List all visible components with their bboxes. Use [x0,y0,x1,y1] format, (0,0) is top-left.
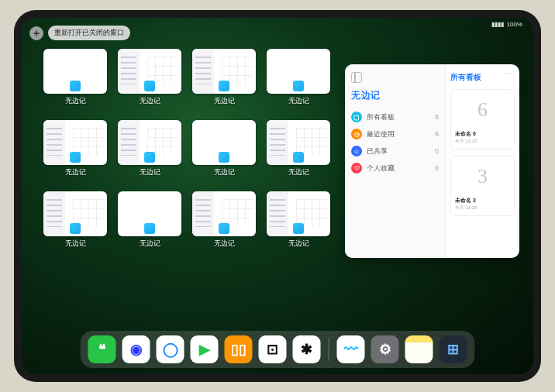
category-count: 8 [435,113,439,121]
reopen-closed-window-button[interactable]: 重新打开已关闭的窗口 [48,26,130,40]
dock-app-wechat[interactable]: ❝ [88,335,116,363]
add-button[interactable]: + [29,26,43,40]
dock-app-settings[interactable]: ⚙ [371,335,399,363]
category-row[interactable]: ☺已共享0 [351,143,439,160]
window-preview [267,120,330,165]
category-row[interactable]: ♡个人收藏0 [351,160,439,177]
window-preview [118,191,181,236]
panel-content: ⋯ 所有看板 6未命名 6今天 11:253未命名 3今天 11:25 [445,64,519,258]
window-preview [192,120,256,165]
category-row[interactable]: ◷最近使用8 [351,126,439,143]
window-label: 无边记 [140,167,160,177]
category-count: 8 [435,130,439,138]
window-label: 无边记 [214,96,235,106]
window-label: 无边记 [214,167,235,177]
dock-app-play[interactable]: ▶ [191,335,219,363]
battery-label: 100% [507,21,522,28]
dock-app-freeform[interactable]: 〰 [337,335,365,363]
status-bar: ▮▮▮▮ 100% [491,21,522,28]
window-label: 无边记 [288,96,309,106]
window-label: 无边记 [65,239,86,249]
window-thumbnail[interactable]: 无边记 [192,49,256,106]
category-label: 已共享 [367,146,388,156]
more-icon[interactable]: ⋯ [505,69,513,77]
window-preview [118,120,181,165]
dock-separator [329,338,329,361]
window-thumbnail[interactable]: 无边记 [43,191,107,249]
window-preview [43,191,107,236]
window-thumbnail[interactable]: 无边记 [43,49,107,106]
window-preview [192,191,256,236]
category-label: 个人收藏 [367,163,395,174]
window-thumbnail[interactable]: 无边记 [43,120,107,177]
board-date: 今天 11:25 [455,138,510,145]
dock-app-dice[interactable]: ⊡ [259,335,287,363]
dock-app-browser2[interactable]: ◯ [157,335,184,363]
dock-app-browser1[interactable]: ◉ [122,335,150,363]
window-thumbnail[interactable]: 无边记 [192,191,256,249]
dock-app-notes[interactable] [405,335,433,363]
board-preview: 3 [453,158,512,195]
sidebar-toggle-icon[interactable] [351,72,362,83]
window-label: 无边记 [288,167,309,177]
top-bar: + 重新打开已关闭的窗口 [29,26,130,40]
panel-title: 无边记 [351,89,439,102]
ipad-frame: ▮▮▮▮ 100% + 重新打开已关闭的窗口 无边记无边记无边记无边记无边记无边… [14,10,541,382]
category-count: 0 [435,164,439,172]
board-date: 今天 11:25 [455,205,510,211]
window-preview [43,49,107,94]
dock: ❝◉◯▶▯▯⊡✱〰⚙⊞ [81,331,475,368]
window-label: 无边记 [214,239,235,249]
window-label: 无边记 [140,239,160,249]
category-label: 所有看板 [367,112,395,122]
window-thumbnail[interactable]: 无边记 [192,120,256,177]
board-title: 未命名 3 [455,197,510,205]
panel-sidebar: 无边记 ▢所有看板8◷最近使用8☺已共享0♡个人收藏0 [345,64,445,258]
app-switcher-grid: 无边记无边记无边记无边记无边记无边记无边记无边记无边记无边记无边记无边记 [43,49,338,249]
category-count: 0 [435,147,439,155]
category-icon: ◷ [351,129,362,139]
dock-app-dots[interactable]: ✱ [293,335,321,363]
window-thumbnail[interactable]: 无边记 [118,49,181,106]
board-title: 未命名 6 [455,130,510,138]
window-label: 无边记 [288,239,309,249]
window-thumbnail[interactable]: 无边记 [267,191,330,249]
category-row[interactable]: ▢所有看板8 [351,108,439,126]
category-icon: ♡ [351,163,362,174]
window-preview [267,49,330,94]
dock-app-folder[interactable]: ⊞ [440,335,467,363]
freeform-panel: 无边记 ▢所有看板8◷最近使用8☺已共享0♡个人收藏0 ⋯ 所有看板 6未命名 … [345,64,519,258]
window-thumbnail[interactable]: 无边记 [267,120,330,177]
window-thumbnail[interactable]: 无边记 [267,49,330,106]
window-label: 无边记 [65,167,86,177]
window-thumbnail[interactable]: 无边记 [118,120,181,177]
window-label: 无边记 [65,96,86,106]
category-icon: ☺ [351,146,362,156]
window-thumbnail[interactable]: 无边记 [118,191,181,249]
board-preview: 6 [453,91,512,129]
board-card[interactable]: 3未命名 3今天 11:25 [450,156,515,216]
category-label: 最近使用 [367,129,395,139]
dock-app-books[interactable]: ▯▯ [225,335,253,363]
window-preview [267,191,330,236]
signal-icon: ▮▮▮▮ [491,21,504,28]
window-preview [192,49,256,94]
window-label: 无边记 [140,96,160,106]
category-icon: ▢ [351,112,362,122]
screen: ▮▮▮▮ 100% + 重新打开已关闭的窗口 无边记无边记无边记无边记无边记无边… [22,18,533,374]
board-card[interactable]: 6未命名 6今天 11:25 [450,89,515,150]
window-preview [118,49,181,94]
window-preview [43,120,107,165]
